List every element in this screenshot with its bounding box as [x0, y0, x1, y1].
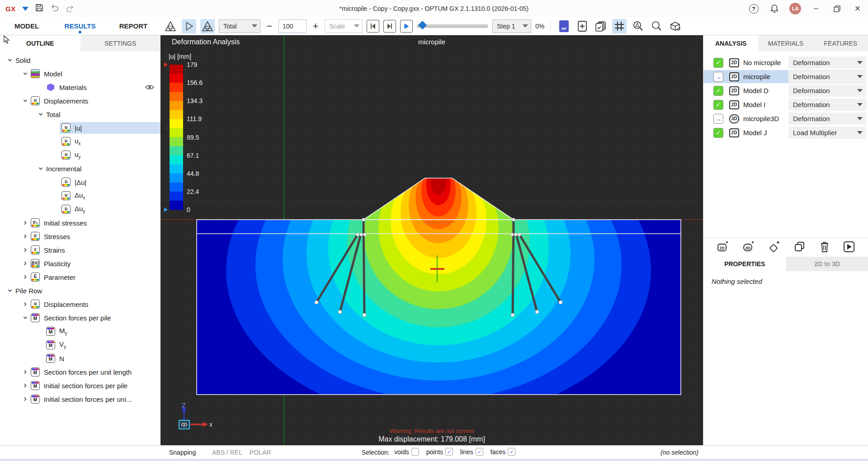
analysis-checked-icon[interactable]: ✓	[713, 100, 723, 110]
chevron-right-icon[interactable]	[22, 246, 29, 254]
tab-outline[interactable]: OUTLINE	[0, 35, 80, 52]
result-view-button[interactable]	[182, 19, 196, 33]
analysis-result-dropdown[interactable]: Deformation	[788, 99, 866, 111]
analysis-result-dropdown[interactable]: Deformation	[788, 85, 866, 97]
scale-decrease-button[interactable]: −	[264, 20, 274, 32]
tree-item--u[interactable]: uΔuy	[0, 202, 160, 216]
tree-item-solid[interactable]: Solid	[0, 53, 160, 67]
tree-item-initial-stresses[interactable]: σ₀Initial stresses	[0, 216, 160, 230]
tree-item-plasticity[interactable]: ∫(σ)Plasticity	[0, 257, 160, 270]
tab-materials[interactable]: MATERIALS	[758, 35, 813, 52]
grid-toggle-button[interactable]	[612, 19, 627, 33]
chevron-down-icon[interactable]	[6, 56, 14, 64]
view-3d-button[interactable]	[668, 19, 682, 33]
tab-2d-to-3d[interactable]: 2D to 3D	[786, 257, 868, 271]
tab-results[interactable]: RESULTS	[53, 17, 107, 35]
chevron-down-icon[interactable]	[22, 314, 29, 321]
tab-properties[interactable]: PROPERTIES	[703, 257, 786, 271]
user-avatar[interactable]: LA	[785, 0, 806, 17]
scale-mode-dropdown[interactable]: Scale	[325, 19, 363, 33]
chevron-down-icon[interactable]	[22, 70, 29, 77]
app-menu-caret-icon[interactable]	[22, 7, 28, 11]
chevron-right-icon[interactable]	[22, 219, 29, 226]
tree-item--u-[interactable]: u|Δu|	[0, 175, 160, 189]
analysis-row-micropile3d[interactable]: →3Dmicropile3DDeformation	[703, 112, 866, 125]
checkbox-points[interactable]: ✓	[445, 448, 453, 456]
delete-analysis-button[interactable]	[819, 241, 830, 254]
tree-item-u[interactable]: uuy	[0, 148, 160, 162]
checkbox-faces[interactable]: ✓	[508, 448, 515, 456]
tree-item-u[interactable]: uux	[0, 135, 160, 148]
chevron-down-icon[interactable]	[22, 97, 29, 104]
tree-item-pile-row[interactable]: Pile Row	[0, 284, 160, 297]
tab-report[interactable]: REPORT	[107, 17, 160, 35]
run-analysis-button[interactable]	[843, 241, 855, 254]
checkbox-voids[interactable]	[411, 448, 419, 456]
analysis-checked-icon[interactable]: ✓	[713, 58, 723, 68]
chevron-down-icon[interactable]	[37, 111, 44, 118]
chevron-right-icon[interactable]	[22, 368, 29, 376]
snapping-toggle[interactable]: Snapping	[169, 449, 196, 456]
polar-toggle[interactable]: POLAR	[250, 449, 271, 456]
tree-item-parameter[interactable]: EParameter	[0, 270, 160, 284]
step-dropdown[interactable]: Step 1	[492, 19, 531, 33]
tree-item-n[interactable]: MN	[0, 352, 160, 365]
tab-model[interactable]: MODEL	[0, 17, 53, 35]
tree-item-section-forces-per-unit-length[interactable]: MSection forces per unit length	[0, 365, 160, 379]
step-slider[interactable]	[417, 24, 488, 28]
selection-toggle-points[interactable]: points✓	[426, 448, 453, 456]
visibility-eye-icon[interactable]	[145, 84, 154, 91]
chevron-right-icon[interactable]	[22, 233, 29, 240]
selection-toggle-lines[interactable]: lines✓	[460, 448, 483, 456]
zoom-mesh-button[interactable]	[631, 19, 645, 33]
tree-item-m[interactable]: MMy	[0, 325, 160, 338]
new-2d-analysis-button[interactable]: 2D	[717, 241, 730, 254]
scale-increase-button[interactable]: +	[311, 20, 321, 32]
analysis-row-no-micropile[interactable]: ✓2DNo micropileDeformation	[703, 56, 866, 69]
chevron-down-icon[interactable]	[37, 165, 44, 172]
notifications-button[interactable]	[764, 0, 785, 17]
tree-item--u-[interactable]: u|u|	[0, 121, 160, 135]
analysis-row-model-d[interactable]: ✓2DModel DDeformation	[703, 84, 866, 97]
restore-button[interactable]	[826, 0, 847, 17]
step-first-button[interactable]	[367, 20, 379, 33]
tree-item-initial-section-forces-per-uni-[interactable]: MInitial section forces per uni...	[0, 392, 160, 406]
checkbox-lines[interactable]: ✓	[476, 448, 483, 456]
undo-icon[interactable]	[50, 4, 59, 14]
selection-toggle-faces[interactable]: faces✓	[491, 448, 515, 456]
minimize-button[interactable]: −	[806, 0, 826, 17]
analysis-result-dropdown[interactable]: Load Multiplier	[788, 127, 866, 139]
play-animation-button[interactable]	[400, 20, 413, 33]
result-mesh-view-button[interactable]	[200, 19, 215, 33]
new-3d-analysis-button[interactable]: 3D	[743, 241, 755, 254]
result-type-dropdown[interactable]: Total	[219, 19, 260, 33]
analysis-arrow-icon[interactable]: →	[713, 72, 723, 82]
tree-item-incremental[interactable]: Incremental	[0, 162, 160, 175]
chevron-right-icon[interactable]	[22, 382, 29, 389]
analysis-checked-icon[interactable]: ✓	[713, 128, 723, 138]
tree-item-materials[interactable]: Materials	[0, 80, 160, 94]
abs-rel-toggle[interactable]: ABS / REL	[212, 449, 242, 456]
save-icon[interactable]	[35, 3, 44, 14]
analysis-result-dropdown[interactable]: Deformation	[788, 113, 866, 125]
selection-toggle-voids[interactable]: voids	[394, 448, 419, 456]
tab-features[interactable]: FEATURES	[813, 35, 868, 52]
redo-icon[interactable]	[66, 5, 75, 13]
tree-item-displacements[interactable]: uDisplacements	[0, 94, 160, 108]
tree-item-initial-section-forces-per-pile[interactable]: MInitial section forces per pile	[0, 379, 160, 392]
new-view-button[interactable]	[575, 19, 590, 33]
chevron-right-icon[interactable]	[22, 260, 29, 267]
new-stage-button[interactable]	[769, 241, 781, 254]
tree-item-strains[interactable]: εStrains	[0, 243, 160, 257]
copies-button[interactable]	[594, 19, 608, 33]
tree-item-section-forces-per-pile[interactable]: MSection forces per pile	[0, 311, 160, 325]
tree-item-model[interactable]: Model	[0, 67, 160, 80]
chevron-right-icon[interactable]	[22, 301, 29, 308]
tree-item--u[interactable]: uΔux	[0, 189, 160, 202]
analysis-result-dropdown[interactable]: Deformation	[788, 56, 866, 69]
zoom-button[interactable]	[649, 19, 664, 33]
help-button[interactable]: ?	[743, 0, 764, 17]
analysis-result-dropdown[interactable]: Deformation	[788, 71, 866, 83]
scale-input[interactable]	[278, 19, 307, 33]
analysis-row-model-j[interactable]: ✓2DModel JLoad Multiplier	[703, 126, 866, 139]
